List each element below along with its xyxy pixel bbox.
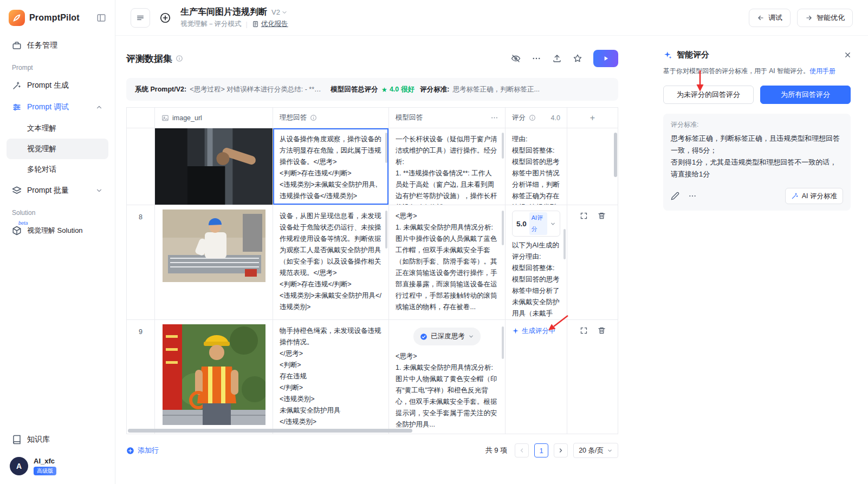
page-size-selector[interactable]: 20 条/页 (573, 443, 618, 458)
sidebar-section-solution: Solution (7, 201, 108, 220)
report-label: 优化报告 (261, 19, 288, 29)
book-icon (12, 435, 22, 444)
sidebar-item-label: 文本理解 (27, 123, 56, 133)
total-score-value: 4.0 (390, 86, 399, 93)
cell-scrollbar[interactable] (385, 133, 387, 163)
prev-page-button[interactable] (515, 443, 529, 457)
pencil-icon (671, 192, 679, 200)
brand-row: PromptPilot (7, 9, 108, 35)
title-block: 生产车间图片违规判断 V2 视觉理解－评分模式 | 优化报告 (180, 6, 288, 29)
expand-row-button[interactable] (580, 326, 588, 335)
criteria-more-button[interactable] (688, 192, 697, 200)
mode-label: 视觉理解－评分模式 (180, 19, 242, 29)
favorite-button[interactable] (573, 54, 582, 63)
delete-row-button[interactable] (598, 212, 606, 220)
row-actions-cell (567, 320, 618, 434)
add-row-button[interactable]: 添加行 (126, 446, 159, 455)
sidebar-item-prompt-batch[interactable]: Prompt 批量 (7, 180, 108, 201)
score-unscored-button[interactable]: 为未评分的回答评分 (663, 86, 754, 104)
sliders-icon (12, 102, 22, 112)
divider: | (246, 21, 248, 28)
model-answer-cell[interactable]: 已深度思考 <思考> 1. 未佩戴安全防护用具情况分析: 图片中人物佩戴了黄色安… (389, 320, 506, 434)
sidebar-item-prompt-debug[interactable]: Prompt 调试 (7, 96, 108, 118)
page-number[interactable]: 1 (534, 443, 548, 457)
score-all-label: 为所有回答评分 (781, 90, 830, 100)
dataset-image-cell[interactable] (155, 320, 273, 434)
edit-criteria-button[interactable] (671, 192, 679, 200)
cell-scrollbar[interactable] (385, 211, 387, 248)
table-horizontal-scrollbar[interactable] (128, 429, 412, 433)
sidebar-item-text-understanding[interactable]: 文本理解 (7, 118, 108, 139)
score-cell[interactable]: 理由: 模型回答整体: 模型回答的思考标签中图片情况分析详细，判断标签正确为存在… (506, 128, 567, 205)
info-icon[interactable] (176, 55, 183, 62)
optimize-report-link[interactable]: 优化报告 (252, 19, 288, 29)
cell-scrollbar[interactable] (502, 326, 504, 359)
score-rationale-text: 以下为AI生成的评分理由: 模型回答整体: 模型回答的思考标签中细分析了未佩戴安… (512, 240, 560, 319)
sidebar-item-vision-solution[interactable]: beta 视觉理解 Solution (7, 220, 108, 241)
header-score[interactable]: 评分 4.0 (506, 108, 567, 128)
upload-button[interactable] (552, 54, 562, 63)
score-cell[interactable]: 5.0 AI评分 以下为AI生成的评分理由: 模型回答整体: 模型回答的思考标签… (506, 205, 567, 319)
sidebar-item-prompt-generate[interactable]: Prompt 生成 (7, 75, 108, 96)
sidebar-item-multi-turn-dialog[interactable]: 多轮对话 (7, 159, 108, 180)
column-more-button[interactable] (490, 114, 498, 122)
column-label: 评分 (512, 113, 526, 122)
sidebar-collapse-button[interactable] (96, 13, 106, 23)
sidebar-item-knowledge-base[interactable]: 知识库 (7, 429, 108, 450)
model-answer-cell[interactable]: 一个长杆状设备（疑似用于窗户清洁或维护的工具）进行操作。经分析: 1. **违规… (389, 128, 506, 205)
score-cell[interactable]: 生成评分中 (506, 320, 567, 434)
new-session-button[interactable] (157, 9, 174, 27)
header-ideal-answer[interactable]: 理想回答 (273, 108, 389, 128)
debug-button[interactable]: 调试 (749, 9, 791, 27)
system-prompt-bar[interactable]: 系统 Prompt/V2: <思考过程> 对错误样本进行分类总结: - **违规… (126, 78, 618, 101)
header-add-column[interactable]: + (567, 108, 618, 128)
more-actions-button[interactable] (532, 54, 541, 63)
deep-thinking-toggle[interactable]: 已深度思考 (413, 328, 481, 345)
header-model-answer[interactable]: 模型回答 (389, 108, 506, 128)
model-answer-cell[interactable]: <思考> 1. 未佩戴安全防护用具情况分析: 图片中操作设备的人员佩戴了蓝色工作… (389, 205, 506, 319)
table-vertical-scrollbar[interactable] (614, 133, 617, 177)
score-all-button[interactable]: 为所有回答评分 (760, 86, 851, 104)
run-evaluation-button[interactable] (593, 50, 618, 67)
hide-columns-button[interactable] (511, 54, 521, 63)
dataset-image-cell[interactable] (155, 128, 273, 205)
ideal-answer-cell[interactable]: 从设备操作角度观察，操作设备的方法明显存在危险，因此属于违规操作设备。</思考>… (273, 128, 389, 205)
sidebar-item-vision-understanding[interactable]: 视觉理解 (7, 139, 108, 159)
play-icon (602, 55, 610, 62)
cell-scrollbar[interactable] (502, 133, 504, 159)
menu-button[interactable] (131, 8, 150, 28)
next-page-button[interactable] (554, 443, 568, 457)
sidebar-item-task-management[interactable]: 任务管理 (7, 35, 108, 56)
header-image-url[interactable]: image_url (155, 108, 273, 128)
smart-optimize-button[interactable]: 智能优化 (797, 9, 853, 27)
dataset-image-cell[interactable] (155, 205, 273, 319)
avatar: A (10, 457, 28, 475)
upload-icon (552, 54, 562, 63)
criteria-text: 思考标签正确，判断标签正... (452, 85, 539, 94)
user-name: AI_xfc (34, 457, 56, 465)
score-selector[interactable]: 5.0 AI评分 (512, 211, 560, 237)
rating-star-icon: ★ (381, 86, 387, 94)
sidebar: PromptPilot 任务管理 Prompt Prompt 生成 Prompt… (0, 0, 115, 484)
score-generating-status[interactable]: 生成评分中 (512, 325, 560, 337)
version-selector[interactable]: V2 (271, 8, 288, 16)
hamburger-icon (136, 14, 145, 22)
ai-criteria-button[interactable]: AI 评分标准 (785, 188, 843, 204)
close-panel-button[interactable] (844, 51, 852, 59)
layers-icon (12, 186, 22, 195)
delete-row-button[interactable] (598, 326, 606, 335)
expand-row-button[interactable] (580, 212, 588, 220)
ideal-answer-cell[interactable]: 物手持橙色绳索，未发现设备违规操作情况。 </思考> <判断> 存在违规 </判… (273, 320, 389, 434)
chevron-down-icon (550, 221, 556, 227)
row-number-cell: 9 (127, 320, 155, 434)
manual-link[interactable]: 使用手册 (809, 67, 835, 75)
ideal-answer-cell[interactable]: 设备，从图片呈现信息看，未发现设备处于危险状态仍运行、未按操作规程使用设备等情况… (273, 205, 389, 319)
criteria-line: 思考标签正确，判断标签正确，且违规类型和理想回答一致，得5分； (671, 133, 843, 156)
table-footer: 添加行 共 9 项 1 20 条/页 (126, 443, 618, 458)
cell-scrollbar[interactable] (563, 229, 566, 259)
cell-scrollbar[interactable] (502, 211, 504, 245)
more-icon (490, 114, 498, 122)
user-account[interactable]: A AI_xfc 高级版 (7, 450, 108, 476)
plan-badge: 高级版 (34, 467, 56, 475)
briefcase-icon (12, 41, 22, 50)
